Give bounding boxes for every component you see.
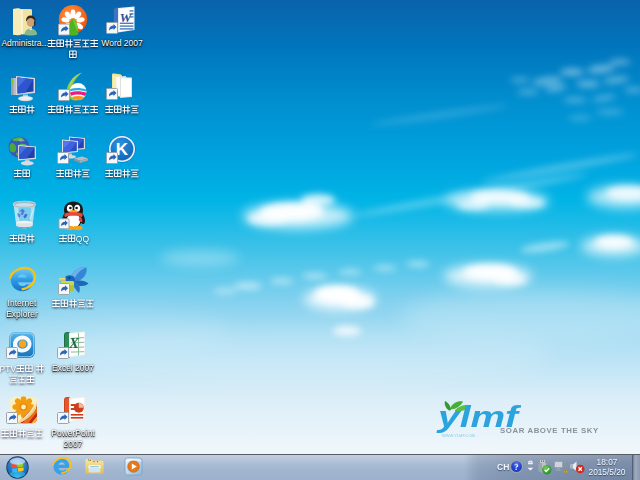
svg-text:SOAR ABOVE THE SKY: SOAR ABOVE THE SKY xyxy=(500,426,599,435)
svg-text:PPTV: PPTV xyxy=(0,364,16,374)
svg-text:QQ: QQ xyxy=(76,234,90,244)
svg-text:?: ? xyxy=(514,462,518,472)
svg-text:WWW.YLMF.COM: WWW.YLMF.COM xyxy=(442,433,475,438)
svg-text:X: X xyxy=(68,335,80,351)
